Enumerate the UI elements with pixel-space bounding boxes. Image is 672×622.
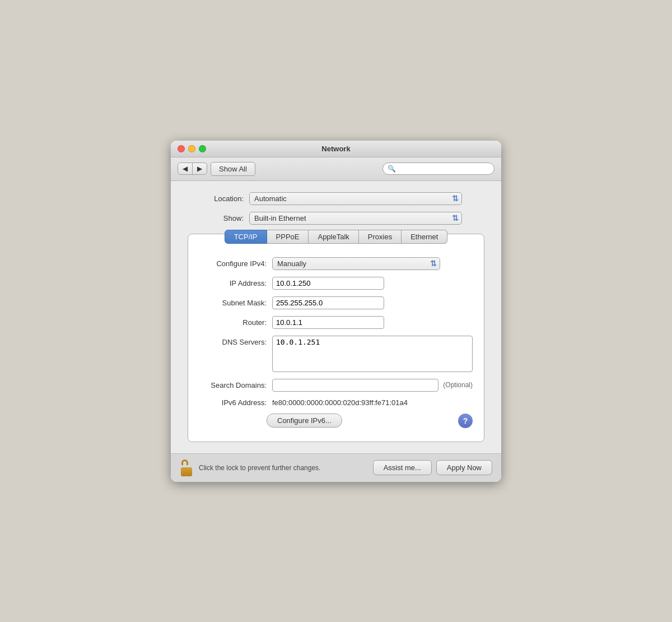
help-button[interactable]: ? [458, 414, 473, 428]
show-label: Show: [188, 214, 244, 222]
lock-body [181, 467, 192, 476]
location-label: Location: [188, 194, 244, 203]
show-select-wrapper: Built-in Ethernet ⇅ [249, 212, 462, 225]
tab-pppoe[interactable]: PPPoE [267, 230, 309, 244]
lock-shackle [181, 459, 188, 465]
search-domains-input[interactable] [272, 379, 438, 392]
tab-appletalk[interactable]: AppleTalk [309, 230, 358, 244]
subnet-mask-label: Subnet Mask: [199, 299, 267, 307]
router-label: Router: [199, 318, 267, 327]
show-all-button[interactable]: Show All [211, 162, 255, 176]
ip-address-label: IP Address: [199, 279, 267, 287]
search-domains-label: Search Domains: [199, 381, 267, 389]
search-domains-row: Search Domains: (Optional) [199, 379, 473, 392]
window-title: Network [321, 145, 350, 153]
show-select[interactable]: Built-in Ethernet [249, 212, 462, 225]
apply-now-button[interactable]: Apply Now [436, 460, 492, 475]
tab-proxies[interactable]: Proxies [359, 230, 402, 244]
forward-button[interactable]: ▶ [193, 163, 207, 174]
search-domains-optional: (Optional) [443, 381, 473, 389]
bottom-bar: Click the lock to prevent further change… [171, 453, 501, 482]
tab-ethernet[interactable]: Ethernet [402, 230, 447, 244]
maximize-button[interactable] [199, 145, 206, 152]
configure-ipv4-select-wrapper: Manually ⇅ [272, 257, 440, 270]
assist-me-button[interactable]: Assist me... [373, 460, 432, 475]
location-select[interactable]: Automatic [249, 192, 462, 205]
location-row: Location: Automatic ⇅ [188, 192, 484, 205]
minimize-button[interactable] [188, 145, 195, 152]
tab-panel: TCP/IP PPPoE AppleTalk Proxies Ethernet … [188, 234, 484, 442]
subnet-mask-row: Subnet Mask: [199, 296, 473, 309]
network-window: Network ◀ ▶ Show All 🔍 Location: Automat… [171, 141, 501, 482]
dns-servers-row: DNS Servers: 10.0.1.251 [199, 336, 473, 372]
configure-ipv4-label: Configure IPv4: [199, 259, 267, 268]
lock-icon[interactable] [180, 459, 193, 476]
configure-ipv4-row: Configure IPv4: Manually ⇅ [199, 257, 473, 270]
close-button[interactable] [178, 145, 185, 152]
bottom-left: Click the lock to prevent further change… [180, 459, 320, 476]
main-content: Location: Automatic ⇅ Show: Built-in Eth… [171, 181, 501, 453]
ip-address-input[interactable] [272, 277, 384, 290]
ipv6-address-row: IPv6 Address: fe80:0000:0000:0000:020d:9… [199, 398, 473, 407]
show-row: Show: Built-in Ethernet ⇅ [188, 212, 484, 225]
tab-tcpip[interactable]: TCP/IP [225, 230, 267, 244]
ipv6-address-value: fe80:0000:0000:0000:020d:93ff:fe71:01a4 [272, 398, 408, 407]
ipv6-address-label: IPv6 Address: [199, 398, 267, 407]
ip-address-row: IP Address: [199, 277, 473, 290]
search-box: 🔍 [382, 163, 494, 175]
tabs-bar: TCP/IP PPPoE AppleTalk Proxies Ethernet [199, 230, 473, 244]
toolbar-left: ◀ ▶ Show All [178, 162, 255, 176]
traffic-lights [178, 145, 206, 152]
search-icon: 🔍 [388, 165, 396, 173]
lock-message: Click the lock to prevent further change… [199, 464, 320, 472]
router-input[interactable] [272, 316, 384, 329]
configure-ipv6-row: Configure IPv6... ? [199, 414, 473, 430]
bottom-right: Assist me... Apply Now [373, 460, 492, 475]
search-input[interactable] [398, 165, 489, 173]
nav-button-group: ◀ ▶ [178, 163, 207, 175]
dns-servers-input[interactable]: 10.0.1.251 [272, 336, 473, 372]
subnet-mask-input[interactable] [272, 296, 384, 309]
configure-ipv4-select[interactable]: Manually [272, 257, 440, 270]
title-bar: Network [171, 141, 501, 157]
configure-ipv6-button[interactable]: Configure IPv6... [267, 414, 342, 428]
location-select-wrapper: Automatic ⇅ [249, 192, 462, 205]
back-button[interactable]: ◀ [178, 163, 193, 174]
toolbar: ◀ ▶ Show All 🔍 [171, 157, 501, 181]
dns-servers-label: DNS Servers: [199, 338, 267, 346]
router-row: Router: [199, 316, 473, 329]
